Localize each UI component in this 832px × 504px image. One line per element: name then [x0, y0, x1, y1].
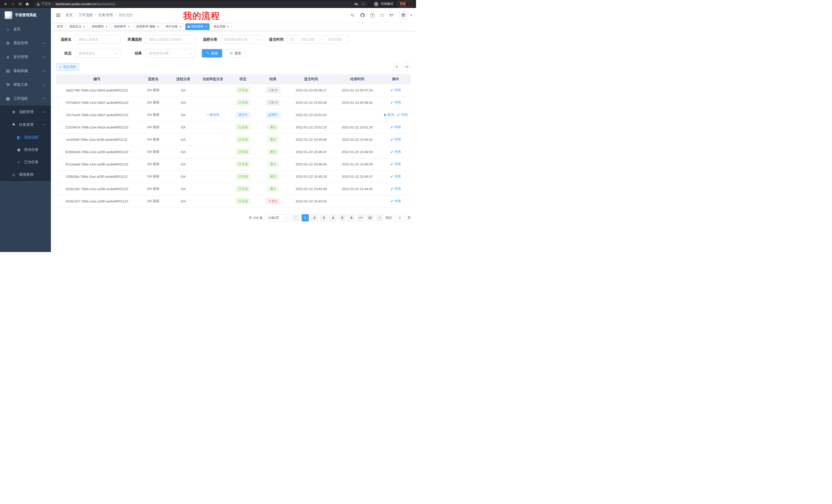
briefcase-icon: ▦: [5, 96, 11, 101]
sidebar-item-todo-task[interactable]: ◉待办任务: [0, 144, 51, 156]
status-select[interactable]: 请选择状态: [75, 49, 120, 58]
hamburger-icon[interactable]: [55, 12, 61, 18]
incognito-icon: [373, 2, 379, 7]
sidebar-item-home[interactable]: ⌂首页: [0, 22, 51, 36]
select-placeholder: 请选择流程分类: [224, 37, 248, 42]
github-icon[interactable]: [360, 13, 365, 18]
font-size-icon[interactable]: TT: [390, 13, 393, 18]
search-button[interactable]: 搜索: [202, 49, 222, 58]
pager-page-2-button[interactable]: 2: [311, 214, 318, 221]
pager-page-6-button[interactable]: 6: [348, 214, 355, 221]
address-bar[interactable]: 不安全 dashboard.yudao.iocoder.cn/bpm/task/…: [33, 1, 368, 7]
page-size-select[interactable]: 10条/页: [265, 214, 290, 221]
forward-button[interactable]: [10, 1, 16, 7]
sidebar-item-leave-query[interactable]: ☺请假查询: [0, 168, 51, 181]
reset-button[interactable]: 重置: [225, 49, 245, 58]
tab-home[interactable]: 首页: [54, 23, 65, 30]
detail-link[interactable]: 详情: [390, 162, 401, 166]
update-button[interactable]: 更新 ⋮: [397, 1, 413, 7]
detail-link[interactable]: 详情: [390, 149, 401, 154]
pager-page-4-button[interactable]: 4: [329, 214, 337, 221]
tab-process-form[interactable]: 流程表单×: [111, 23, 132, 30]
pager-page-1-button[interactable]: 1: [302, 214, 309, 221]
password-key-icon[interactable]: [355, 2, 358, 6]
process-def-input[interactable]: [146, 35, 196, 44]
refresh-table-button[interactable]: [403, 63, 411, 71]
cell-end-time: 2022-01-22 23:46:53: [335, 146, 380, 158]
filter-label-status: 状态: [56, 51, 72, 56]
tab-user-group[interactable]: 用户分组×: [163, 23, 184, 30]
detail-link[interactable]: 详情: [390, 88, 401, 92]
close-icon[interactable]: ×: [128, 25, 130, 28]
prev-page-button[interactable]: [292, 214, 299, 221]
sidebar-item-done-task[interactable]: ✓已办任务: [0, 156, 51, 168]
detail-link[interactable]: 详情: [390, 125, 401, 130]
incognito-label: 无痕模式: [381, 2, 393, 6]
fullscreen-icon[interactable]: [380, 13, 384, 17]
create-process-button[interactable]: + 发起流程: [56, 63, 79, 71]
category-select[interactable]: 请选择流程分类: [221, 35, 262, 44]
breadcrumb-home[interactable]: 首页: [66, 13, 73, 18]
close-icon[interactable]: ×: [83, 25, 85, 28]
pager-page-11-button[interactable]: 11: [366, 214, 373, 221]
cell-task: [198, 96, 228, 109]
home-button[interactable]: [24, 1, 30, 7]
detail-link[interactable]: 详情: [397, 113, 408, 117]
bookmark-star-icon[interactable]: ☆: [362, 2, 365, 6]
cell-actions: 取消详情: [380, 109, 411, 121]
reload-button[interactable]: [17, 1, 23, 7]
breadcrumb-task-mgmt[interactable]: 任务管理: [99, 13, 113, 18]
pager-more-button[interactable]: •••: [357, 214, 364, 221]
sidebar-item-devtools[interactable]: ⚒研发工具: [0, 78, 51, 92]
avatar[interactable]: [399, 11, 408, 19]
tab-my-process[interactable]: 我的流程×: [185, 23, 210, 30]
back-button[interactable]: [3, 1, 9, 7]
help-icon[interactable]: ?: [370, 13, 374, 18]
close-icon[interactable]: ×: [106, 25, 108, 28]
task-link[interactable]: 一级审批: [206, 113, 219, 117]
goto-page-input[interactable]: [394, 214, 405, 221]
close-icon[interactable]: ×: [179, 25, 182, 28]
next-page-button[interactable]: [376, 214, 383, 221]
cell-status: 已完成: [228, 133, 258, 146]
tab-start-process[interactable]: 发起流程×: [211, 23, 232, 30]
detail-link[interactable]: 详情: [390, 100, 401, 105]
chevron-down-icon[interactable]: ▾: [410, 13, 412, 17]
sidebar-item-infra[interactable]: ▤基础设施: [0, 64, 51, 78]
refresh-icon: [406, 65, 409, 68]
pager-page-5-button[interactable]: 5: [339, 214, 346, 221]
detail-link[interactable]: 详情: [390, 137, 401, 142]
close-icon[interactable]: ×: [157, 25, 159, 28]
sidebar-item-my-process[interactable]: ◧我的流程: [0, 131, 51, 144]
column-header-id: 编号: [56, 74, 137, 84]
menu-kebab-icon[interactable]: ⋮: [408, 2, 411, 6]
tab-process-definition[interactable]: 流程定义×: [67, 23, 88, 30]
sidebar-item-process-mgmt[interactable]: ≣流程管理: [0, 106, 51, 118]
close-icon[interactable]: ×: [228, 25, 230, 28]
detail-link[interactable]: 详情: [390, 199, 401, 203]
breadcrumb-workflow[interactable]: 工作流程: [78, 13, 93, 18]
tab-process-model[interactable]: 流程模型×: [89, 23, 110, 30]
sidebar-item-label: 基础设施: [14, 68, 28, 73]
search-icon[interactable]: [350, 13, 355, 18]
sidebar-item-workflow[interactable]: ▦工作流程: [0, 92, 51, 106]
cell-category: OA: [169, 84, 198, 96]
sidebar-item-payment[interactable]: ¥支付管理: [0, 50, 51, 64]
sidebar-item-task-mgmt[interactable]: ⚑任务管理: [0, 118, 51, 131]
cancel-link[interactable]: 取消: [383, 113, 394, 117]
table-body: 3ad174fb-7b9d-11ec-8404-acde48001122OA 请…: [56, 84, 411, 207]
result-select[interactable]: 请选择流结果: [146, 49, 196, 58]
close-icon[interactable]: ×: [205, 25, 207, 28]
toggle-search-button[interactable]: [393, 63, 400, 71]
sidebar-item-system[interactable]: ⚙系统管理: [0, 36, 51, 50]
detail-link[interactable]: 详情: [390, 174, 401, 179]
pager-page-3-button[interactable]: 3: [320, 214, 327, 221]
detail-link[interactable]: 详情: [390, 187, 401, 191]
submit-time-range[interactable]: 开始日期 - 结束日期: [287, 35, 349, 44]
tab-process-form-edit[interactable]: 流程表单-编辑×: [134, 23, 162, 30]
cell-result: 不通过: [258, 195, 288, 207]
cell-status: 已完成: [228, 158, 258, 170]
eye-icon: ◉: [16, 147, 22, 152]
cell-submit-time: 2022-01-22 23:45:29: [288, 170, 334, 183]
process-name-input[interactable]: [75, 35, 120, 44]
